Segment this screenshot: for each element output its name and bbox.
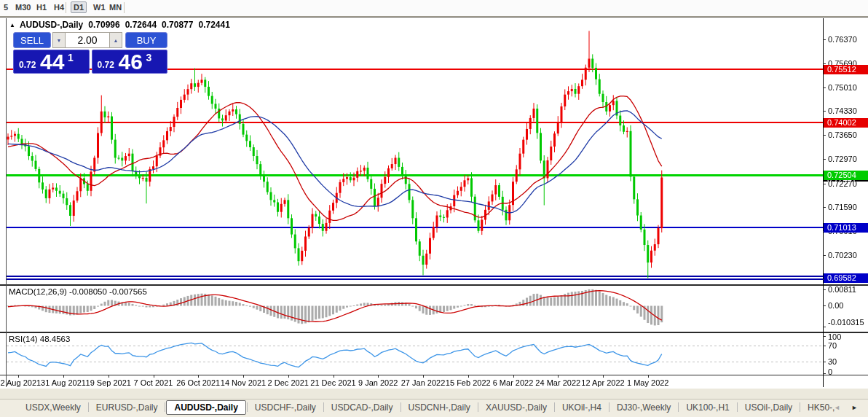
sell-button[interactable]: SELL bbox=[13, 32, 51, 48]
tab-scroll-right-icon[interactable]: ► bbox=[851, 404, 858, 411]
toolbar-divider bbox=[66, 2, 66, 13]
timeframe-button-5[interactable]: 5 bbox=[1, 2, 10, 12]
sell-price-panel[interactable]: 0.72 44 1 bbox=[13, 50, 90, 74]
tab-separator bbox=[401, 402, 401, 412]
timeframe-button-m30[interactable]: M30 bbox=[13, 2, 33, 12]
tab-usdcnh-daily[interactable]: USDCNH-,Daily bbox=[402, 400, 477, 415]
tab-usdx-weekly[interactable]: USDX,Weekly bbox=[19, 400, 87, 415]
tab-separator bbox=[737, 402, 738, 412]
tab-xauusd-daily[interactable]: XAUUSD-,Daily bbox=[479, 400, 553, 415]
timeframe-toolbar: 5M30H1H4D1W1MN bbox=[0, 0, 868, 17]
buy-price-base: 0.72 bbox=[98, 60, 114, 70]
toolbar-divider bbox=[124, 2, 125, 13]
sell-price-base: 0.72 bbox=[19, 60, 36, 70]
ohlc-open: 0.70996 bbox=[88, 20, 119, 30]
tab-separator bbox=[165, 402, 165, 412]
tab-separator bbox=[678, 402, 679, 412]
tab-separator bbox=[800, 402, 800, 412]
tab-separator bbox=[323, 402, 324, 412]
timeframe-button-d1[interactable]: D1 bbox=[71, 1, 87, 13]
status-strip bbox=[0, 388, 868, 400]
ohlc-close: 0.72441 bbox=[198, 20, 229, 30]
volume-stepper: ▼ 2.00 ▲ bbox=[52, 32, 122, 48]
chart-tab-bar: USDX,WeeklyEURUSD-,DailyAUDUSD-,DailyUSD… bbox=[0, 399, 868, 417]
tab-usoil-daily[interactable]: USOil-,Daily bbox=[738, 400, 799, 415]
tab-separator bbox=[478, 402, 478, 412]
tab-separator bbox=[609, 402, 609, 412]
buy-price-sup: 3 bbox=[146, 52, 152, 63]
tab-dj30-weekly[interactable]: DJ30-,Weekly bbox=[610, 400, 677, 415]
ohlc-high: 0.72644 bbox=[125, 20, 157, 30]
timeframe-button-h4[interactable]: H4 bbox=[52, 2, 66, 12]
volume-input[interactable]: 2.00 bbox=[66, 32, 109, 48]
sell-price-sup: 1 bbox=[68, 52, 74, 63]
timeframe-button-mn[interactable]: MN bbox=[107, 2, 124, 12]
trading-terminal: 5M30H1H4D1W1MN ▲AUDUSD-,Daily0.709960.72… bbox=[0, 0, 868, 417]
tab-usdchf-daily[interactable]: USDCHF-,Daily bbox=[248, 400, 323, 415]
chart-tabs: USDX,WeeklyEURUSD-,DailyAUDUSD-,DailyUSD… bbox=[0, 400, 841, 415]
buy-button[interactable]: BUY bbox=[125, 32, 167, 48]
tab-separator bbox=[247, 402, 248, 412]
tab-separator bbox=[554, 402, 555, 412]
one-click-trading-panel: SELL ▼ 2.00 ▲ BUY 0.72 44 1 0.72 46 3 bbox=[13, 32, 167, 74]
sell-price-big: 44 bbox=[40, 50, 64, 73]
symbol-label: AUDUSD-,Daily bbox=[20, 20, 83, 30]
buy-price-big: 46 bbox=[119, 50, 143, 73]
timeframe-button-w1[interactable]: W1 bbox=[91, 2, 108, 12]
buy-price-panel[interactable]: 0.72 46 3 bbox=[92, 50, 168, 74]
volume-decrease-icon[interactable]: ▼ bbox=[52, 32, 66, 48]
tab-usdcad-daily[interactable]: USDCAD-,Daily bbox=[325, 400, 400, 415]
tab-separator bbox=[88, 402, 89, 412]
collapse-arrow-icon[interactable]: ▲ bbox=[9, 22, 15, 28]
ohlc-low: 0.70877 bbox=[162, 20, 193, 30]
tab-uk100-h1[interactable]: UK100-,H1 bbox=[679, 400, 735, 415]
tab-scroll-left-icon[interactable]: ◄ bbox=[834, 404, 840, 411]
volume-increase-icon[interactable]: ▲ bbox=[109, 32, 122, 48]
chart-title: ▲AUDUSD-,Daily0.709960.726440.708770.724… bbox=[9, 20, 230, 30]
timeframe-button-h1[interactable]: H1 bbox=[34, 2, 49, 12]
tab-eurusd-daily[interactable]: EURUSD-,Daily bbox=[90, 400, 165, 415]
tab-ukoil-h4[interactable]: UKOil-,H4 bbox=[556, 400, 608, 415]
tab-audusd-daily[interactable]: AUDUSD-,Daily bbox=[166, 400, 245, 415]
